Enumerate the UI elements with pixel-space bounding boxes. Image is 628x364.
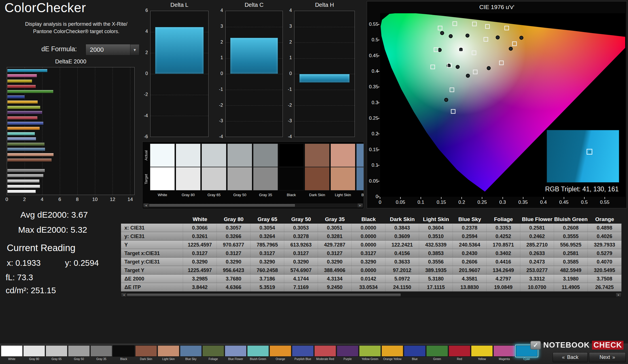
patch-gray-50[interactable]: Gray 50	[68, 345, 90, 361]
swatch-target	[201, 167, 226, 190]
table-cell: 0.0000	[352, 241, 385, 249]
tick-mark	[377, 102, 379, 103]
tick-mark	[380, 197, 380, 199]
patch-gray-65[interactable]: Gray 65	[45, 345, 68, 361]
patch-gray-80[interactable]: Gray 80	[23, 345, 45, 361]
tick-mark	[564, 197, 564, 199]
patch-orange[interactable]: Orange	[269, 345, 292, 361]
swatch-label: Light Skin	[330, 193, 355, 197]
next-button-label: Next	[599, 354, 610, 360]
table-cell: 1225.4597	[183, 266, 217, 274]
delta-c-chart: 43210-1-2-3-4	[225, 11, 283, 137]
cie-measured-point	[440, 31, 444, 35]
tick-mark	[377, 134, 379, 134]
cie-measured-point	[438, 48, 441, 52]
swatch-actual	[305, 144, 330, 167]
swatch-target	[176, 167, 201, 190]
delta-l-chart: 6420-2-4-6	[150, 11, 209, 137]
delta-axis-tick-label: 0	[213, 71, 223, 76]
scrollbar-thumb[interactable]	[149, 204, 295, 207]
scroll-right-icon[interactable]: ►	[616, 293, 621, 297]
swatch-column	[356, 144, 364, 191]
patch-light-skin[interactable]: Light Skin	[157, 345, 180, 361]
table-row-label: Target Y	[121, 266, 183, 274]
patch-color	[202, 345, 224, 357]
scroll-right-icon[interactable]: ►	[358, 204, 363, 207]
table-row: ΔE 20003.29853.76803.71864.17444.31340.0…	[121, 275, 621, 283]
patch-purple[interactable]: Purple	[336, 345, 359, 361]
patch-blue-sky[interactable]: Blue Sky	[180, 345, 202, 361]
table-column-header: Blue Sky	[453, 215, 487, 224]
delta-axis-tick-label: 3	[282, 24, 292, 29]
scrollbar-thumb[interactable]	[127, 293, 401, 297]
table-row-label: ΔE 2000	[121, 275, 183, 283]
scroll-left-icon[interactable]: ◄	[121, 293, 126, 297]
cie-x-tick-label: 0.1	[417, 200, 424, 205]
table-cell: 5.0972	[385, 275, 419, 283]
swatch-column	[201, 144, 226, 191]
gridline	[226, 90, 283, 90]
patch-blue-flower[interactable]: Blue Flower	[224, 345, 247, 361]
scrollbar-track[interactable]	[148, 204, 358, 207]
swatch-label: Gray 50	[227, 193, 252, 197]
patch-gray-35[interactable]: Gray 35	[90, 345, 113, 361]
patch-black[interactable]: Black	[113, 345, 135, 361]
gridline	[226, 121, 283, 121]
table-row-label: Target x:CIE31	[121, 249, 183, 257]
swatch-label: Gray 80	[176, 193, 201, 197]
logo-text-check: CHECK	[592, 341, 623, 350]
table-cell: 329.7933	[588, 241, 621, 249]
deltae-bar-black	[7, 163, 8, 167]
cie-measured-point	[466, 74, 470, 77]
table-cell: 17.1115	[419, 283, 453, 291]
delta-l-title: Delta L	[150, 2, 209, 8]
tick-mark	[377, 181, 379, 181]
swatch-strip-scrollbar[interactable]: ◄ ►	[143, 203, 363, 208]
table-scrollbar[interactable]: ◄ ►	[121, 293, 621, 297]
deltae-bar-foliage	[7, 142, 45, 146]
table-cell: 0.3585	[554, 258, 588, 266]
patch-purplish-blue[interactable]: Purplish Blue	[292, 345, 314, 361]
table-cell: 0.2606	[453, 258, 487, 266]
tick-mark	[377, 87, 379, 87]
patch-dark-skin[interactable]: Dark Skin	[135, 345, 157, 361]
patch-bluish-green[interactable]: Bluish Green	[247, 345, 269, 361]
actual-target-strip: Actual Target WhiteGray 80Gray 65Gray 50…	[142, 142, 364, 209]
table-cell: 0.3290	[318, 258, 352, 266]
scroll-left-icon[interactable]: ◄	[143, 204, 148, 207]
patch-red[interactable]: Red	[448, 345, 471, 361]
deltae-bar-purple	[7, 111, 43, 114]
back-button[interactable]: « Back	[553, 352, 588, 362]
gridline	[226, 105, 283, 106]
cie-measured-point	[449, 35, 452, 38]
cdm2-reading: cd/m²: 251.15	[6, 286, 56, 295]
patch-moderate-red[interactable]: Moderate Red	[314, 345, 336, 361]
tick-mark	[502, 197, 503, 199]
deltae-axis-tick-label: 14	[128, 197, 133, 202]
patch-blue[interactable]: Blue	[404, 345, 426, 361]
scrollbar-track[interactable]	[126, 293, 616, 297]
table-cell: 134.2649	[487, 266, 520, 274]
patch-label: Blue Sky	[180, 357, 202, 361]
deltae-bar-green	[7, 90, 54, 93]
patch-green[interactable]: Green	[426, 345, 448, 361]
table-cell: 0.2581	[554, 249, 588, 257]
cie-y-tick-label: 0.55	[366, 22, 378, 27]
patch-foliage[interactable]: Foliage	[202, 345, 224, 361]
swatch-actual	[227, 144, 252, 167]
table-cell: 0.0000	[352, 266, 385, 274]
swatch-label: Black	[279, 193, 304, 197]
next-button[interactable]: Next »	[589, 352, 626, 362]
de-formula-dropdown[interactable]: 2000 ▼	[86, 44, 139, 55]
patch-white[interactable]: White	[1, 345, 23, 361]
patch-orange-yellow[interactable]: Orange Yellow	[381, 345, 404, 361]
patch-yellow[interactable]: Yellow	[471, 345, 493, 361]
table-cell: 432.5339	[419, 241, 453, 249]
table-cell: 482.5949	[554, 266, 588, 274]
patch-magenta[interactable]: Magenta	[493, 345, 515, 361]
patch-label: Yellow	[471, 357, 493, 361]
swatch-column	[253, 144, 278, 191]
table-cell: 0.3057	[217, 224, 251, 232]
patch-yellow-green[interactable]: Yellow Green	[359, 345, 381, 361]
patch-color	[381, 345, 403, 357]
